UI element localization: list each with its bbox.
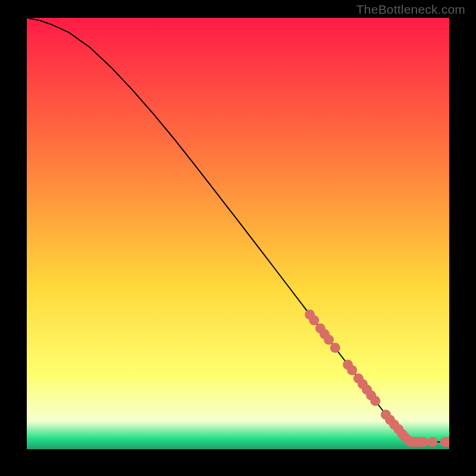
data-marker [324,334,334,345]
data-marker [347,365,357,375]
data-marker [418,437,428,447]
data-marker [427,437,437,447]
watermark-text: TheBottleneck.com [356,2,465,17]
data-marker [309,315,319,325]
data-marker [330,343,340,353]
chart-svg [27,18,449,449]
plot-area [27,18,449,449]
gradient-background [27,18,449,449]
chart-frame: { "watermark": "TheBottleneck.com", "col… [0,0,476,476]
data-marker [370,396,380,406]
